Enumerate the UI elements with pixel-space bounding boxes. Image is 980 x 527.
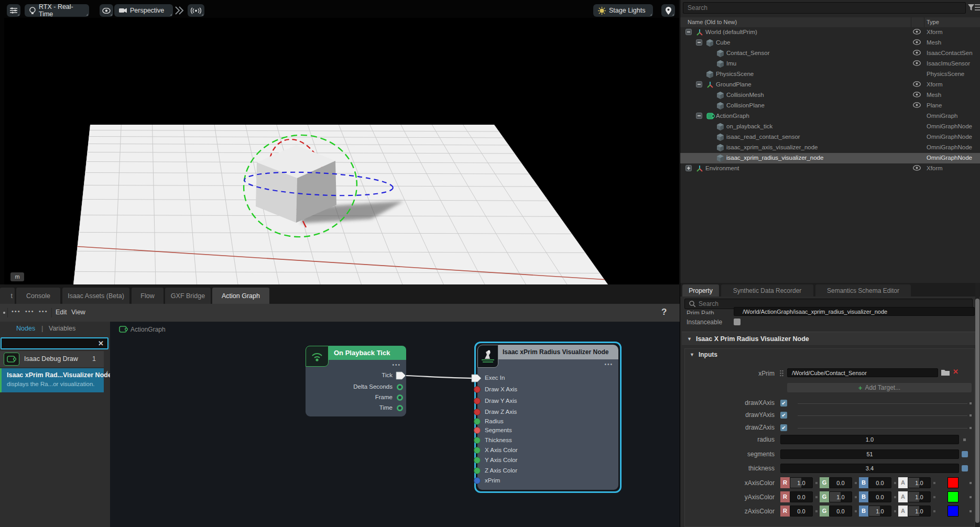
visibility-button[interactable] xyxy=(100,4,113,17)
toolbar-dot-icon[interactable] xyxy=(3,312,5,314)
input-port-y-axis-color[interactable]: Y Axis Color xyxy=(485,457,517,463)
library-search-input[interactable]: ✕ xyxy=(1,337,108,349)
input-connector-z-axis-color[interactable] xyxy=(474,467,481,474)
help-button[interactable]: ? xyxy=(661,307,667,317)
close-icon[interactable]: ✕ xyxy=(98,339,104,347)
prim-name[interactable]: isaac_read_contact_sensor xyxy=(726,134,800,140)
renderer-button[interactable]: RTX - Real-Time xyxy=(25,4,89,17)
stage-lights-button[interactable]: Stage Lights xyxy=(593,4,653,17)
drawXAxis-checkbox[interactable]: ✔ xyxy=(780,400,787,407)
visibility-eye-icon[interactable] xyxy=(913,165,921,171)
column-type-label[interactable]: Type xyxy=(927,19,939,25)
sidebar-collapse-handle[interactable]: ‹ xyxy=(106,368,108,376)
tab-t[interactable]: t xyxy=(0,288,15,304)
folder-icon[interactable] xyxy=(941,369,950,376)
node-options-icon[interactable]: ••• xyxy=(392,362,401,368)
visibility-eye-icon[interactable] xyxy=(913,39,921,45)
stage-row-Imu[interactable]: ImuIsaacImuSensor xyxy=(680,59,980,69)
stage-row-CollisionMesh[interactable]: CollisionMeshMesh xyxy=(680,90,980,101)
yAxisColor-A-field[interactable]: 1.0 xyxy=(908,491,931,502)
inputs-collapse-icon[interactable]: ▼ xyxy=(690,352,694,357)
node-title[interactable]: On Playback Tick xyxy=(329,346,406,360)
input-port-segments[interactable]: Segments xyxy=(485,427,512,433)
filter-funnel-icon[interactable] xyxy=(968,4,974,10)
visibility-eye-icon[interactable] xyxy=(913,50,921,56)
drawXAxis-default-indicator[interactable] xyxy=(970,402,972,404)
stage-row-isaac_read_contact_sensor[interactable]: isaac_read_contact_sensorOmniGraphNode xyxy=(680,132,980,142)
tab-nodes[interactable]: Nodes xyxy=(16,325,35,332)
xAxisColor-default-indicator[interactable] xyxy=(970,482,972,484)
node-xprim-radius-visualizer[interactable]: Isaac xPrim Radius Visualizer Node ••• E… xyxy=(477,345,618,490)
drawXAxis-slider-track[interactable] xyxy=(798,403,967,404)
visibility-eye-icon[interactable] xyxy=(913,81,921,87)
stage-row-ActionGraph[interactable]: ActionGraphOmniGraph xyxy=(680,111,980,122)
input-connector-thickness[interactable] xyxy=(474,437,481,444)
clear-target-icon[interactable]: ✕ xyxy=(953,368,959,376)
zAxisColor-B-field[interactable]: 1.0 xyxy=(868,506,891,517)
tab-action-graph[interactable]: Action Graph xyxy=(212,288,269,304)
zAxisColor-G-field[interactable]: 0.0 xyxy=(829,506,852,517)
prim-name[interactable]: isaac_xprim_axis_visualizer_node xyxy=(726,144,818,150)
prim-name[interactable]: Imu xyxy=(726,60,736,67)
input-connector-draw-y-axis[interactable] xyxy=(474,398,481,404)
tab-semantics-schema-editor[interactable]: Semantics Schema Editor xyxy=(815,284,911,297)
prim-name[interactable]: GroundPlane xyxy=(716,81,752,87)
collapse-icon[interactable] xyxy=(696,81,702,87)
input-port-draw-y-axis[interactable]: Draw Y Axis xyxy=(485,398,517,404)
zAxisColor-A-field[interactable]: 1.0 xyxy=(908,506,931,517)
tab-synthetic-data-recorder[interactable]: Synthetic Data Recorder xyxy=(721,284,813,297)
tab-variables[interactable]: Variables xyxy=(49,325,75,332)
exec-out-connector[interactable] xyxy=(396,371,406,380)
column-name-label[interactable]: Name (Old to New) xyxy=(688,19,737,25)
stage-row-on_playback_tick[interactable]: on_playback_tickOmniGraphNode xyxy=(680,122,980,132)
stage-column-header[interactable]: Name (Old to New) Type xyxy=(680,17,980,27)
library-item-xprim-radius[interactable]: Isaac xPrim Rad...Visualizer Node displa… xyxy=(0,368,104,392)
tab-property[interactable]: Property xyxy=(682,284,719,297)
segments-changed-indicator[interactable] xyxy=(962,451,968,457)
stage-row-Contact_Sensor[interactable]: Contact_SensorIsaacContactSen xyxy=(680,48,980,59)
collapse-icon[interactable] xyxy=(685,29,692,35)
input-connector-draw-x-axis[interactable] xyxy=(474,386,481,393)
input-port-z-axis-color[interactable]: Z Axis Color xyxy=(485,467,517,474)
stage-row-Cube[interactable]: CubeMesh xyxy=(680,38,980,48)
input-connector-x-axis-color[interactable] xyxy=(474,447,481,454)
output-port-tick[interactable]: Tick xyxy=(382,372,393,378)
xAxisColor-G-field[interactable]: 0.0 xyxy=(829,477,852,488)
output-connector-delta-seconds[interactable] xyxy=(397,384,403,390)
drawYAxis-default-indicator[interactable] xyxy=(970,414,972,416)
graph-breadcrumb[interactable]: ActionGraph xyxy=(130,326,166,333)
viewport-settings-button[interactable] xyxy=(7,4,20,17)
prim-name[interactable]: CollisionPlane xyxy=(726,102,765,108)
stage-row-GroundPlane[interactable]: GroundPlaneXform xyxy=(680,80,980,90)
collapse-icon[interactable] xyxy=(696,113,702,119)
zAxisColor-default-indicator[interactable] xyxy=(970,510,972,512)
prim-name[interactable]: Environment xyxy=(705,165,739,171)
broadcast-button[interactable] xyxy=(188,4,204,17)
node-section-header[interactable]: ▼ Isaac X Prim Radius Visualizer Node xyxy=(682,332,977,346)
input-connector-radius[interactable] xyxy=(474,418,481,425)
library-item-debug-draw[interactable]: Isaac Debug Draw 1 xyxy=(0,351,104,367)
thickness-changed-indicator[interactable] xyxy=(962,465,968,471)
prim-name[interactable]: World (defaultPrim) xyxy=(705,29,757,35)
input-connector-xprim[interactable] xyxy=(474,477,481,484)
zAxisColor-swatch[interactable] xyxy=(948,506,959,517)
node-options-icon[interactable]: ••• xyxy=(604,361,613,367)
node-on-playback-tick[interactable]: On Playback Tick ••• TickDelta SecondsFr… xyxy=(306,346,406,417)
input-port-x-axis-color[interactable]: X Axis Color xyxy=(485,447,518,453)
tab-gxf-bridge[interactable]: GXF Bridge xyxy=(165,288,211,304)
input-port-draw-x-axis[interactable]: Draw X Axis xyxy=(485,386,517,392)
menu-edit[interactable]: Edit xyxy=(56,309,67,316)
radius-field[interactable]: 1.0 xyxy=(780,435,959,444)
yAxisColor-default-indicator[interactable] xyxy=(970,496,972,498)
stage-row-Environment[interactable]: EnvironmentXform xyxy=(680,163,980,174)
visibility-eye-icon[interactable] xyxy=(913,60,921,66)
drawYAxis-checkbox[interactable]: ✔ xyxy=(780,412,787,419)
input-port-xprim[interactable]: xPrim xyxy=(485,477,500,484)
drawYAxis-slider-track[interactable] xyxy=(798,415,967,416)
expand-icon[interactable] xyxy=(685,165,692,171)
xAxisColor-B-field[interactable]: 0.0 xyxy=(868,477,891,488)
prim-name[interactable]: isaac_xprim_radius_visualizer_node xyxy=(726,155,823,161)
yAxisColor-swatch[interactable] xyxy=(948,491,959,502)
tab-console[interactable]: Console xyxy=(16,288,60,304)
yAxisColor-B-field[interactable]: 0.0 xyxy=(868,491,891,502)
